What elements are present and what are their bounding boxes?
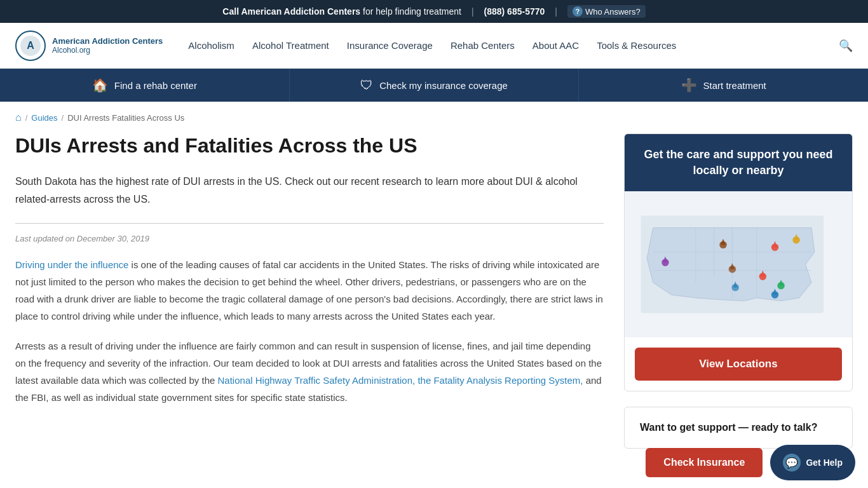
question-icon: ? — [573, 6, 583, 17]
nav-item-tools-resources[interactable]: Tools & Resources — [597, 35, 676, 56]
divider — [15, 223, 604, 224]
chat-icon: 💬 — [783, 454, 801, 471]
search-icon[interactable]: 🔍 — [839, 39, 853, 53]
start-treatment-link[interactable]: ➕ Start treatment — [579, 69, 868, 102]
breadcrumb: ⌂ / Guides / DUI Arrests Fatalities Acro… — [0, 102, 868, 133]
sidebar-card-locations: Get the care and support you need locall… — [624, 133, 853, 391]
content-area: DUIs Arrests and Fatalities Across the U… — [15, 133, 604, 464]
logo-area[interactable]: A American Addiction Centers Alcohol.org — [15, 30, 163, 61]
sidebar-card2-body: Want to get support — ready to talk? — [625, 407, 852, 448]
nav-item-rehab-centers[interactable]: Rehab Centers — [451, 35, 515, 56]
us-map — [635, 201, 842, 327]
svg-text:A: A — [27, 40, 34, 51]
sidebar: Get the care and support you need locall… — [624, 133, 853, 464]
top-bar: Call American Addiction Centers for help… — [0, 0, 868, 23]
call-text: Call American Addiction Centers for help… — [222, 6, 461, 17]
main-nav: Alcoholism Alcohol Treatment Insurance C… — [188, 35, 839, 56]
nav-item-alcohol-treatment[interactable]: Alcohol Treatment — [252, 35, 329, 56]
article-body: Driving under the influence is one of th… — [15, 256, 604, 406]
article-title: DUIs Arrests and Fatalities Across the U… — [15, 133, 604, 158]
separator1: | — [471, 6, 474, 17]
sidebar-card-header: Get the care and support you need locall… — [625, 134, 852, 191]
shield-icon: 🛡 — [360, 78, 373, 93]
sidebar-card-talk: Want to get support — ready to talk? — [624, 407, 853, 449]
main-header: A American Addiction Centers Alcohol.org… — [0, 23, 868, 69]
main-wrapper: DUIs Arrests and Fatalities Across the U… — [0, 133, 868, 488]
body-paragraph-2: Arrests as a result of driving under the… — [15, 337, 604, 406]
dui-link[interactable]: Driving under the influence — [15, 259, 128, 270]
secondary-nav: 🏠 Find a rehab center 🛡 Check my insuran… — [0, 69, 868, 102]
home-breadcrumb-icon[interactable]: ⌂ — [15, 112, 22, 123]
breadcrumb-current: DUI Arrests Fatalities Across Us — [67, 113, 184, 123]
who-answers-button[interactable]: ? Who Answers? — [567, 5, 646, 18]
map-area — [625, 191, 852, 337]
view-locations-button[interactable]: View Locations — [635, 348, 842, 381]
breadcrumb-guides[interactable]: Guides — [31, 113, 57, 123]
separator2: | — [555, 6, 557, 17]
find-rehab-link[interactable]: 🏠 Find a rehab center — [0, 69, 290, 102]
last-updated: Last updated on December 30, 2019 — [15, 234, 604, 243]
nhtsa-link[interactable]: National Highway Traffic Safety Administ… — [218, 375, 583, 386]
plus-icon: ➕ — [681, 78, 697, 93]
nav-item-alcoholism[interactable]: Alcoholism — [188, 35, 234, 56]
nav-item-insurance-coverage[interactable]: Insurance Coverage — [347, 35, 433, 56]
phone-number[interactable]: (888) 685-5770 — [484, 6, 545, 17]
check-insurance-link[interactable]: 🛡 Check my insurance coverage — [290, 69, 580, 102]
body-paragraph-1: Driving under the influence is one of th… — [15, 256, 604, 325]
nav-item-about-aac[interactable]: About AAC — [532, 35, 579, 56]
check-insurance-button[interactable]: Check Insurance — [646, 448, 763, 477]
article-intro: South Dakota has the highest rate of DUI… — [15, 173, 604, 207]
get-help-button[interactable]: 💬 Get Help — [770, 445, 855, 480]
logo-circle: A — [15, 30, 46, 61]
home-icon: 🏠 — [92, 78, 108, 93]
logo-text: American Addiction Centers Alcohol.org — [52, 36, 163, 55]
